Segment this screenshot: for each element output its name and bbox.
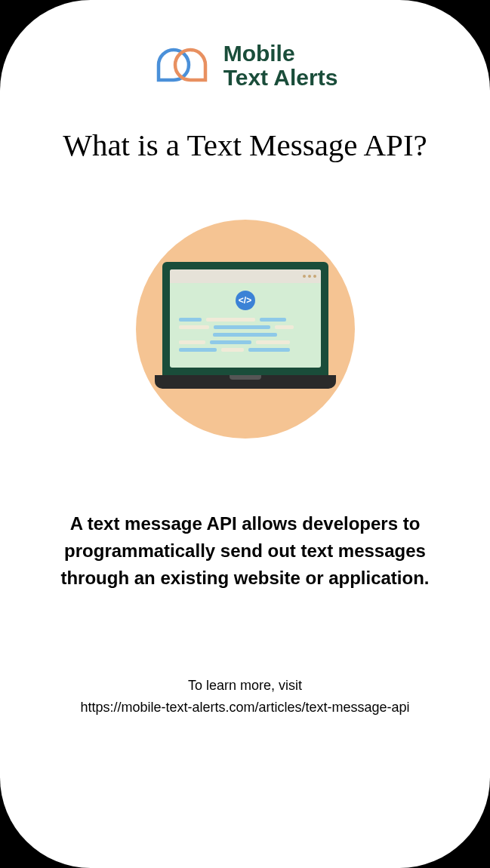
footer-text: To learn more, visit https://mobile-text…: [80, 675, 409, 719]
page-title: What is a Text Message API?: [63, 127, 427, 163]
laptop-illustration: </>: [136, 220, 355, 439]
laptop-icon: </>: [155, 262, 336, 389]
info-card: Mobile Text Alerts What is a Text Messag…: [0, 0, 490, 868]
footer-lead: To learn more, visit: [80, 675, 409, 697]
brand-name: Mobile Text Alerts: [223, 42, 338, 89]
footer-url: https://mobile-text-alerts.com/articles/…: [80, 697, 409, 719]
description-text: A text message API allows developers to …: [42, 510, 449, 592]
logo-icon: [153, 44, 211, 88]
code-icon: </>: [236, 291, 255, 310]
brand-logo: Mobile Text Alerts: [153, 42, 338, 89]
